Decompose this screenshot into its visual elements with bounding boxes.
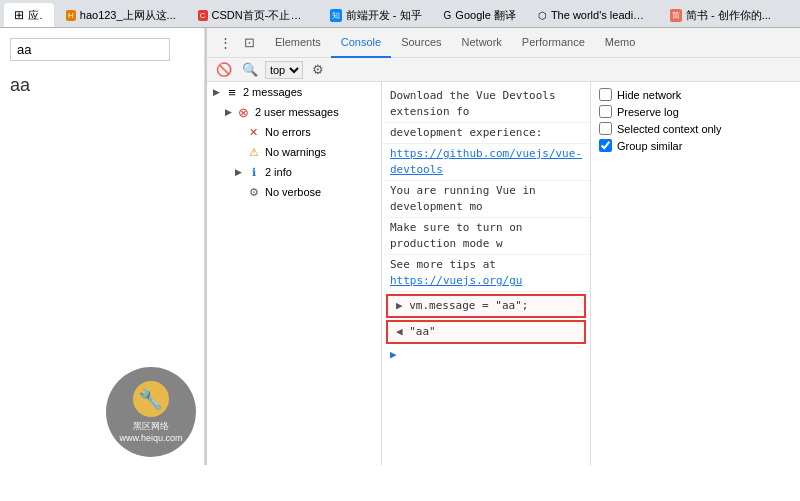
hide-network-checkbox[interactable]: [599, 88, 612, 101]
tab-elements[interactable]: Elements: [265, 28, 331, 58]
tab-memo[interactable]: Memo: [595, 28, 646, 58]
console-msg-dev-experience: development experience:: [382, 123, 590, 144]
wrench-icon: 🔧: [138, 387, 163, 411]
devtools-body: ▶ ≡ 2 messages ▶ ⊗ 2 user messages ✕ No …: [207, 82, 800, 465]
watermark-icon: 🔧: [133, 381, 169, 417]
tab-label: Google 翻译: [455, 8, 516, 23]
result-icon: ◀: [396, 325, 409, 338]
group-similar-check[interactable]: Group similar: [599, 139, 792, 152]
tab-favicon: 知: [330, 9, 342, 22]
tab-console[interactable]: Console: [331, 28, 391, 58]
watermark-url: www.heiqu.com: [119, 433, 182, 443]
devtools-inspect-icon[interactable]: ⊡: [239, 32, 261, 54]
devtools-panel: ⋮ ⊡ Elements Console Sources Network Per…: [205, 28, 800, 465]
console-toolbar: 🚫 🔍 top ⚙: [207, 58, 800, 82]
tab-favicon: 简: [670, 9, 682, 22]
page-input[interactable]: [10, 38, 170, 61]
console-settings-icon[interactable]: ⚙: [307, 59, 329, 81]
selected-context-check[interactable]: Selected context only: [599, 122, 792, 135]
watermark: 🔧 黑区网络 www.heiqu.com: [106, 367, 196, 457]
error-icon: ✕: [247, 125, 261, 139]
sidebar-item-verbose[interactable]: ⚙ No verbose: [207, 182, 381, 202]
expand-arrow-icon: ▶: [213, 87, 221, 97]
tab-google[interactable]: G Google 翻译: [434, 3, 526, 27]
console-msg-tips: See more tips at https://vuejs.org/gu: [382, 255, 590, 292]
sidebar-item-info[interactable]: ▶ ℹ 2 info: [207, 162, 381, 182]
sidebar-messages-label: 2 messages: [243, 86, 302, 98]
sidebar-item-user-messages[interactable]: ▶ ⊗ 2 user messages: [207, 102, 381, 122]
sidebar-item-messages[interactable]: ▶ ≡ 2 messages: [207, 82, 381, 102]
tab-favicon: C: [198, 10, 208, 21]
tab-sources[interactable]: Sources: [391, 28, 451, 58]
warning-icon: ⚠: [247, 145, 261, 159]
sidebar-info-label: 2 info: [265, 166, 292, 178]
msg-text: Make sure to turn on production mode w: [390, 221, 522, 250]
sidebar-user-messages-label: 2 user messages: [255, 106, 339, 118]
console-main: Download the Vue Devtools extension fo d…: [382, 82, 590, 465]
tab-network[interactable]: Network: [452, 28, 512, 58]
console-settings-panel: Hide network Preserve log Selected conte…: [590, 82, 800, 465]
msg-text: See more tips at: [390, 258, 496, 271]
console-messages: Download the Vue Devtools extension fo d…: [382, 82, 590, 465]
selected-context-checkbox[interactable]: [599, 122, 612, 135]
console-sidebar: ▶ ≡ 2 messages ▶ ⊗ 2 user messages ✕ No …: [207, 82, 382, 465]
tab-hao123[interactable]: H hao123_上网从这...: [56, 3, 186, 27]
tab-label: The world's leadin...: [551, 9, 648, 21]
tab-github[interactable]: ⬡ The world's leadin...: [528, 3, 658, 27]
user-icon: ⊗: [237, 105, 251, 119]
console-msg-production: Make sure to turn on production mode w: [382, 218, 590, 255]
tab-jianshu[interactable]: 简 简书 - 创作你的...: [660, 3, 781, 27]
tab-label: CSDN首页-不止于...: [212, 8, 308, 23]
tab-csdn[interactable]: C CSDN首页-不止于...: [188, 3, 318, 27]
sidebar-verbose-label: No verbose: [265, 186, 321, 198]
hide-network-check[interactable]: Hide network: [599, 88, 792, 101]
expand-arrow-icon: ▶: [225, 107, 233, 117]
preserve-log-label: Preserve log: [617, 106, 679, 118]
console-input-row[interactable]: ▶: [382, 346, 590, 363]
verbose-icon: ⚙: [247, 185, 261, 199]
page-text-output: aa: [10, 75, 194, 96]
msg-text: Download the Vue Devtools extension fo: [390, 89, 556, 118]
tab-favicon: ⬡: [538, 10, 547, 21]
filter-icon[interactable]: 🔍: [239, 59, 261, 81]
preserve-log-checkbox[interactable]: [599, 105, 612, 118]
tab-performance[interactable]: Performance: [512, 28, 595, 58]
tab-label: 应用: [28, 8, 44, 23]
msg-code: "aa": [409, 325, 436, 338]
hide-network-label: Hide network: [617, 89, 681, 101]
msg-code: vm.message = "aa";: [409, 299, 528, 312]
console-msg-vm-result: ◀ "aa": [386, 320, 586, 344]
vue-devtools-link[interactable]: https://github.com/vuejs/vue-devtools: [390, 147, 582, 176]
expand-arrow-icon: ▶: [235, 167, 243, 177]
watermark-text: 黑区网络: [133, 420, 169, 433]
console-msg-vue-devtools: Download the Vue Devtools extension fo: [382, 86, 590, 123]
tab-favicon: G: [444, 10, 452, 21]
preserve-log-check[interactable]: Preserve log: [599, 105, 792, 118]
clear-console-icon[interactable]: 🚫: [213, 59, 235, 81]
sidebar-item-warnings[interactable]: ⚠ No warnings: [207, 142, 381, 162]
prompt-icon: ▶: [396, 299, 409, 312]
sidebar-errors-label: No errors: [265, 126, 311, 138]
console-msg-vue-link: https://github.com/vuejs/vue-devtools: [382, 144, 590, 181]
tab-zhihu[interactable]: 知 前端开发 - 知乎: [320, 3, 432, 27]
tab-favicon: ⊞: [14, 8, 24, 22]
msg-text: development experience:: [390, 126, 542, 139]
tab-label: hao123_上网从这...: [80, 8, 176, 23]
cursor-icon: ▶: [390, 348, 397, 361]
group-similar-label: Group similar: [617, 140, 682, 152]
sidebar-item-errors[interactable]: ✕ No errors: [207, 122, 381, 142]
tab-label: 简书 - 创作你的...: [686, 8, 771, 23]
vuejs-tips-link[interactable]: https://vuejs.org/gu: [390, 274, 522, 287]
browser-tabs: ⊞ 应用 H hao123_上网从这... C CSDN首页-不止于... 知 …: [0, 0, 800, 28]
devtools-menu-icon[interactable]: ⋮: [215, 32, 237, 54]
tab-label: 前端开发 - 知乎: [346, 8, 422, 23]
tab-favicon: H: [66, 10, 76, 21]
console-msg-running-vue: You are running Vue in development mo: [382, 181, 590, 218]
tab-应用[interactable]: ⊞ 应用: [4, 3, 54, 27]
context-selector[interactable]: top: [265, 61, 303, 79]
selected-context-label: Selected context only: [617, 123, 722, 135]
group-similar-checkbox[interactable]: [599, 139, 612, 152]
messages-icon: ≡: [225, 85, 239, 99]
info-icon: ℹ: [247, 165, 261, 179]
page-area: aa 🔧 黑区网络 www.heiqu.com: [0, 28, 205, 465]
